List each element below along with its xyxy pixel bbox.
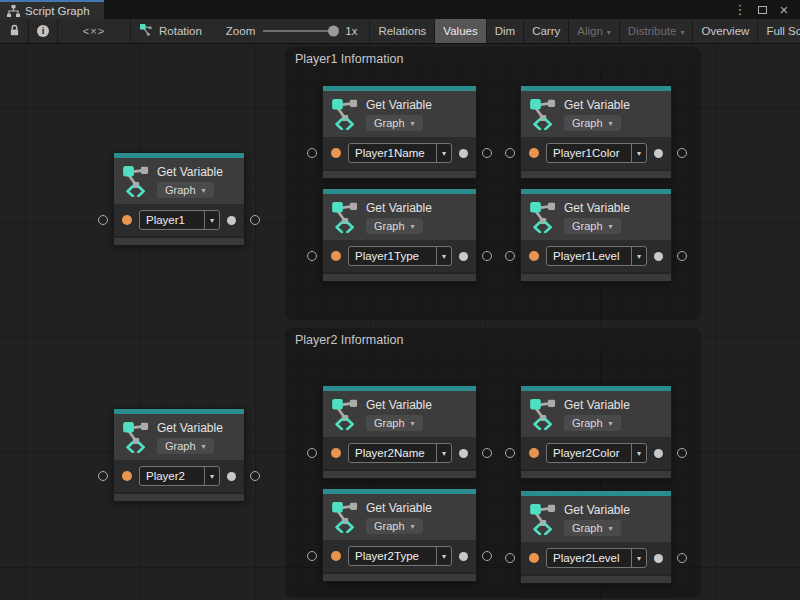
variable-scope-dropdown[interactable]: Graph ▾ bbox=[366, 415, 423, 431]
variable-name-dropdown[interactable]: Player2 ▾ bbox=[139, 466, 220, 486]
variable-name-dropdown[interactable]: Player2Level ▾ bbox=[546, 548, 647, 568]
input-connection-port[interactable] bbox=[98, 215, 108, 225]
input-port-dot[interactable] bbox=[331, 251, 341, 261]
output-connection-port[interactable] bbox=[677, 251, 687, 261]
input-port-dot[interactable] bbox=[122, 215, 132, 225]
output-connection-port[interactable] bbox=[677, 148, 687, 158]
variable-scope-dropdown[interactable]: Graph ▾ bbox=[564, 115, 621, 131]
input-connection-port[interactable] bbox=[505, 148, 515, 158]
lock-button[interactable] bbox=[0, 19, 28, 43]
output-value-dot[interactable] bbox=[459, 449, 468, 458]
output-connection-port[interactable] bbox=[482, 148, 492, 158]
variable-scope-dropdown[interactable]: Graph ▾ bbox=[366, 518, 423, 534]
group-header[interactable]: Player2 Information bbox=[285, 328, 701, 351]
node-player2color[interactable]: Get Variable Graph ▾ Player2Color ▾ bbox=[520, 385, 672, 479]
output-value-dot[interactable] bbox=[227, 216, 236, 225]
toolbar-button-label: Dim bbox=[495, 25, 515, 37]
variable-name-dropdown[interactable]: Player1Name ▾ bbox=[348, 143, 452, 163]
input-port-dot[interactable] bbox=[529, 553, 539, 563]
node-player2level[interactable]: Get Variable Graph ▾ Player2Level ▾ bbox=[520, 490, 672, 584]
input-port-dot[interactable] bbox=[529, 148, 539, 158]
output-value-dot[interactable] bbox=[654, 252, 663, 261]
output-connection-port[interactable] bbox=[677, 448, 687, 458]
node-player2type[interactable]: Get Variable Graph ▾ Player2Type ▾ bbox=[322, 488, 477, 582]
zoom-slider-knob[interactable] bbox=[328, 26, 339, 37]
node-player1[interactable]: Get Variable Graph ▾ Player1 ▾ bbox=[113, 152, 245, 246]
node-player1level[interactable]: Get Variable Graph ▾ Player1Level ▾ bbox=[520, 188, 672, 282]
input-connection-port[interactable] bbox=[505, 553, 515, 563]
maximize-icon[interactable] bbox=[754, 2, 770, 18]
input-connection-port[interactable] bbox=[307, 251, 317, 261]
output-value-dot[interactable] bbox=[459, 149, 468, 158]
graph-canvas[interactable]: Player1 InformationPlayer2 Information G… bbox=[0, 44, 800, 600]
group-title: Player2 Information bbox=[295, 333, 403, 347]
variable-name-dropdown[interactable]: Player2Name ▾ bbox=[348, 443, 452, 463]
input-connection-port[interactable] bbox=[505, 448, 515, 458]
variable-scope-dropdown[interactable]: Graph ▾ bbox=[157, 438, 214, 454]
zoom-slider[interactable] bbox=[263, 19, 337, 43]
output-connection-port[interactable] bbox=[482, 251, 492, 261]
node-player1color[interactable]: Get Variable Graph ▾ Player1Color ▾ bbox=[520, 85, 672, 179]
variable-scope-dropdown[interactable]: Graph ▾ bbox=[157, 182, 214, 198]
toolbar-button-align[interactable]: Align▾ bbox=[568, 19, 619, 43]
output-value-dot[interactable] bbox=[459, 552, 468, 561]
node-player1name[interactable]: Get Variable Graph ▾ Player1Name ▾ bbox=[322, 85, 477, 179]
input-port-dot[interactable] bbox=[331, 148, 341, 158]
output-value-dot[interactable] bbox=[654, 149, 663, 158]
toolbar-button-overview[interactable]: Overview bbox=[692, 19, 757, 43]
input-port-dot[interactable] bbox=[331, 551, 341, 561]
variable-scope-dropdown[interactable]: Graph ▾ bbox=[366, 115, 423, 131]
node-player1type[interactable]: Get Variable Graph ▾ Player1Type ▾ bbox=[322, 188, 477, 282]
toolbar-button-relations[interactable]: Relations bbox=[369, 19, 434, 43]
variable-name-dropdown[interactable]: Player1Color ▾ bbox=[546, 143, 647, 163]
code-view-button[interactable]: <×> bbox=[58, 19, 130, 43]
node-player2[interactable]: Get Variable Graph ▾ Player2 ▾ bbox=[113, 408, 245, 502]
input-connection-port[interactable] bbox=[505, 251, 515, 261]
toolbar-button-dim[interactable]: Dim bbox=[486, 19, 523, 43]
input-port-dot[interactable] bbox=[331, 448, 341, 458]
group-header[interactable]: Player1 Information bbox=[285, 47, 701, 70]
variable-scope-dropdown[interactable]: Graph ▾ bbox=[366, 218, 423, 234]
input-port-dot[interactable] bbox=[529, 251, 539, 261]
input-port-dot[interactable] bbox=[529, 448, 539, 458]
output-value-dot[interactable] bbox=[654, 449, 663, 458]
output-connection-port[interactable] bbox=[482, 448, 492, 458]
toolbar-button-full-screen[interactable]: Full Screen bbox=[757, 19, 800, 43]
output-value-dot[interactable] bbox=[459, 252, 468, 261]
node-header: Get Variable Graph ▾ bbox=[521, 91, 671, 137]
info-icon: i bbox=[37, 25, 49, 37]
variable-scope-dropdown[interactable]: Graph ▾ bbox=[564, 218, 621, 234]
input-connection-port[interactable] bbox=[307, 551, 317, 561]
window-menu-icon[interactable]: ⋮ bbox=[732, 2, 748, 18]
variable-name-dropdown[interactable]: Player1 ▾ bbox=[139, 210, 220, 230]
output-value-dot[interactable] bbox=[654, 554, 663, 563]
graph-hierarchy-icon bbox=[7, 5, 20, 17]
variable-name-dropdown[interactable]: Player2Type ▾ bbox=[348, 546, 452, 566]
tab-script-graph[interactable]: Script Graph bbox=[0, 0, 104, 19]
get-variable-icon bbox=[332, 398, 359, 430]
output-connection-port[interactable] bbox=[250, 471, 260, 481]
rotation-control[interactable]: Rotation bbox=[131, 19, 214, 43]
output-connection-port[interactable] bbox=[250, 215, 260, 225]
output-connection-port[interactable] bbox=[677, 553, 687, 563]
node-title: Get Variable bbox=[366, 98, 432, 112]
node-player2name[interactable]: Get Variable Graph ▾ Player2Name ▾ bbox=[322, 385, 477, 479]
input-connection-port[interactable] bbox=[307, 148, 317, 158]
toolbar-button-values[interactable]: Values bbox=[434, 19, 485, 43]
toolbar-button-distribute[interactable]: Distribute▾ bbox=[619, 19, 693, 43]
toolbar-button-carry[interactable]: Carry bbox=[523, 19, 568, 43]
variable-scope-dropdown[interactable]: Graph ▾ bbox=[564, 520, 621, 536]
variable-name-dropdown[interactable]: Player1Level ▾ bbox=[546, 246, 647, 266]
output-connection-port[interactable] bbox=[482, 551, 492, 561]
input-connection-port[interactable] bbox=[307, 448, 317, 458]
close-icon[interactable]: × bbox=[776, 2, 792, 18]
variable-name-dropdown[interactable]: Player1Type ▾ bbox=[348, 246, 452, 266]
input-connection-port[interactable] bbox=[98, 471, 108, 481]
variable-name-label: Player1Color bbox=[547, 144, 631, 162]
info-button[interactable]: i bbox=[29, 19, 57, 43]
variable-scope-dropdown[interactable]: Graph ▾ bbox=[564, 415, 621, 431]
variable-name-dropdown[interactable]: Player2Color ▾ bbox=[546, 443, 647, 463]
input-port-dot[interactable] bbox=[122, 471, 132, 481]
output-value-dot[interactable] bbox=[227, 472, 236, 481]
variable-scope-label: Graph bbox=[374, 117, 405, 129]
